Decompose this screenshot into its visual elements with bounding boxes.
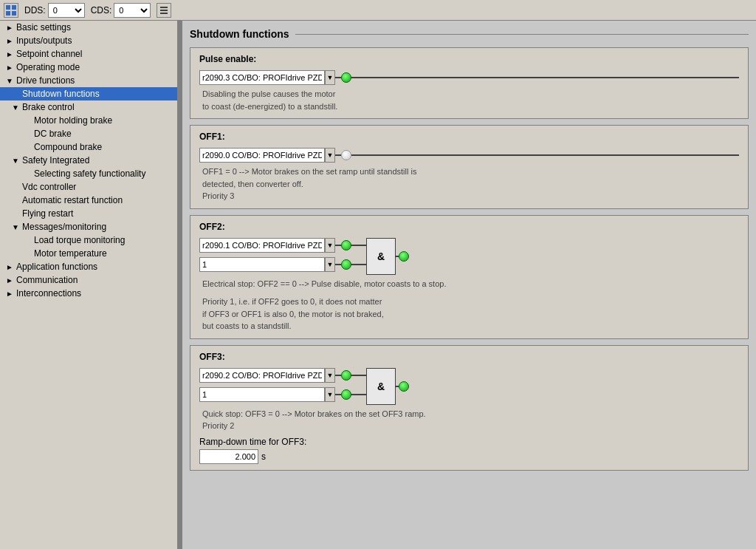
- off1-input[interactable]: [199, 148, 325, 163]
- led-off3-2: [341, 389, 351, 400]
- sidebar-item-motor-temperature[interactable]: Motor temperature: [0, 247, 177, 260]
- off2-and-gate: &: [366, 238, 396, 275]
- off3-title: OFF3:: [199, 352, 739, 362]
- off2-desc2: Priority 1, i.e. if OFF2 goes to 0, it d…: [202, 296, 739, 333]
- sidebar-item-communication[interactable]: ►Communication: [0, 273, 177, 287]
- sidebar-item-load-torque[interactable]: Load torque monitoring: [0, 233, 177, 247]
- sidebar-label-communication: Communication: [16, 275, 78, 285]
- sidebar-label-drive-functions: Drive functions: [16, 75, 75, 86]
- pulse-enable-desc: Disabling the pulse causes the motor to …: [202, 88, 739, 112]
- sidebar-item-messages-monitoring[interactable]: ▼Messages/monitoring: [0, 220, 177, 233]
- expand-icon-brake-control: ▼: [12, 103, 21, 112]
- ramp-unit: s: [261, 451, 266, 462]
- sidebar-label-shutdown-functions: Shutdown functions: [22, 89, 100, 99]
- off3-row2: ▼: [199, 387, 366, 402]
- sidebar-label-application-functions: Application functions: [16, 262, 97, 272]
- sidebar-item-selecting-safety[interactable]: Selecting safety functionality: [0, 167, 177, 180]
- off1-block: OFF1: ▼ OFF1 = 0 --> Motor brakes on the…: [190, 125, 749, 209]
- pulse-enable-btn[interactable]: ▼: [325, 70, 335, 85]
- off2-diagram: ▼ ▼ &: [199, 238, 739, 275]
- sidebar-label-setpoint-channel: Setpoint channel: [16, 49, 82, 59]
- sidebar-item-brake-control[interactable]: ▼Brake control: [0, 100, 177, 114]
- cds-label: CDS:: [91, 5, 112, 16]
- pulse-enable-title: Pulse enable:: [199, 54, 739, 64]
- off3-block: OFF3: ▼ ▼: [190, 345, 749, 471]
- sidebar-item-basic-settings[interactable]: ►Basic settings: [0, 21, 177, 34]
- ramp-down-wrap: Ramp-down time for OFF3:: [199, 437, 739, 447]
- off1-desc: OFF1 = 0 --> Motor brakes on the set ram…: [202, 166, 739, 202]
- svg-rect-3: [12, 11, 16, 16]
- led-off1: [341, 150, 351, 160]
- sidebar-item-dc-brake[interactable]: DC brake: [0, 127, 177, 140]
- expand-icon-basic-settings: ►: [6, 24, 15, 32]
- expand-icon-messages-monitoring: ▼: [12, 223, 21, 231]
- off2-input1[interactable]: [199, 238, 325, 253]
- sidebar-item-setpoint-channel[interactable]: ►Setpoint channel: [0, 47, 177, 61]
- led-pulse-enable: [341, 72, 351, 83]
- off3-input1[interactable]: [199, 368, 325, 383]
- off2-block: OFF2: ▼ ▼: [190, 215, 749, 339]
- svg-rect-1: [12, 5, 16, 10]
- sidebar-item-application-functions[interactable]: ►Application functions: [0, 260, 177, 273]
- sidebar-item-vdc-controller[interactable]: Vdc controller: [0, 180, 177, 194]
- sidebar-item-flying-restart[interactable]: Flying restart: [0, 207, 177, 220]
- cds-select[interactable]: 0: [114, 3, 151, 18]
- wire1: [335, 77, 341, 78]
- off3-btn2[interactable]: ▼: [325, 387, 335, 402]
- cds-wrap: CDS: 0: [91, 3, 151, 18]
- off2-title: OFF2:: [199, 222, 739, 232]
- dds-label: DDS:: [24, 5, 46, 16]
- sidebar-item-operating-mode[interactable]: ►Operating mode: [0, 61, 177, 74]
- expand-icon-inputs-outputs: ►: [6, 37, 15, 45]
- off2-row1: ▼: [199, 238, 366, 253]
- sidebar-label-flying-restart: Flying restart: [22, 208, 73, 219]
- sidebar-item-shutdown-functions[interactable]: Shutdown functions: [0, 87, 177, 100]
- ramp-time-input[interactable]: [199, 449, 258, 464]
- sidebar-item-automatic-restart[interactable]: Automatic restart function: [0, 194, 177, 207]
- pulse-enable-input[interactable]: [199, 70, 325, 85]
- sidebar-item-inputs-outputs[interactable]: ►Inputs/outputs: [0, 34, 177, 47]
- sidebar-item-motor-holding-brake[interactable]: Motor holding brake: [0, 114, 177, 127]
- dds-select[interactable]: 0: [48, 3, 85, 18]
- led-off3-out: [399, 381, 409, 392]
- led-off3-1: [341, 370, 351, 381]
- off1-btn[interactable]: ▼: [325, 148, 335, 163]
- sidebar-item-safety-integrated[interactable]: ▼Safety Integrated: [0, 154, 177, 167]
- ramp-label: Ramp-down time for OFF3:: [199, 437, 306, 447]
- off3-and-gate: &: [366, 368, 396, 405]
- app-icon: [4, 3, 18, 18]
- off3-diagram: ▼ ▼ &: [199, 368, 739, 405]
- off3-value-input[interactable]: [199, 387, 325, 402]
- wire-pulse-enable: [351, 77, 739, 78]
- sidebar-label-interconnections: Interconnections: [16, 288, 81, 299]
- wire-off1b: [351, 154, 739, 156]
- led-off2-1: [341, 240, 351, 250]
- off3-btn1[interactable]: ▼: [325, 368, 335, 383]
- main-container: ►Basic settings►Inputs/outputs►Setpoint …: [0, 21, 756, 549]
- off2-desc1: Electrical stop: OFF2 == 0 --> Pulse dis…: [202, 278, 739, 290]
- dds-wrap: DDS: 0: [24, 3, 85, 18]
- sidebar-label-automatic-restart: Automatic restart function: [22, 195, 123, 205]
- page-title: Shutdown functions: [190, 28, 749, 40]
- sidebar-label-vdc-controller: Vdc controller: [22, 182, 76, 192]
- sidebar-label-motor-holding-brake: Motor holding brake: [34, 115, 112, 126]
- expand-icon-drive-functions: ▼: [6, 77, 15, 85]
- settings-icon[interactable]: [157, 3, 171, 18]
- sidebar-item-drive-functions[interactable]: ▼Drive functions: [0, 74, 177, 87]
- svg-rect-0: [6, 5, 10, 10]
- sidebar-label-messages-monitoring: Messages/monitoring: [22, 222, 106, 232]
- expand-icon-interconnections: ►: [6, 290, 15, 298]
- off2-row2: ▼: [199, 257, 366, 272]
- sidebar-item-compound-brake[interactable]: Compound brake: [0, 140, 177, 154]
- off3-inputs-col: ▼ ▼: [199, 368, 366, 405]
- off2-btn1[interactable]: ▼: [325, 238, 335, 253]
- sidebar-label-load-torque: Load torque monitoring: [34, 235, 125, 245]
- sidebar-label-dc-brake: DC brake: [34, 129, 72, 139]
- off2-btn2[interactable]: ▼: [325, 257, 335, 272]
- sidebar-label-inputs-outputs: Inputs/outputs: [16, 35, 72, 46]
- svg-rect-6: [160, 13, 168, 14]
- svg-rect-2: [6, 11, 10, 16]
- off1-title: OFF1:: [199, 132, 739, 142]
- sidebar-item-interconnections[interactable]: ►Interconnections: [0, 287, 177, 300]
- off2-value-input[interactable]: [199, 257, 325, 272]
